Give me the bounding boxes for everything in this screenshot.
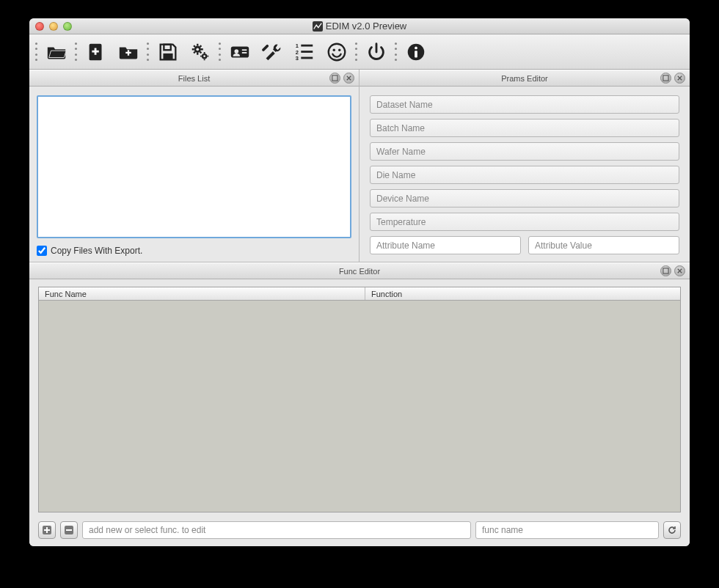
files-list-header: Files List <box>29 70 359 87</box>
func-name-input[interactable]: func name <box>475 521 659 539</box>
panel-detach-button[interactable] <box>329 73 340 84</box>
func-table-body[interactable] <box>39 301 680 512</box>
svg-point-6 <box>203 55 205 57</box>
svg-point-19 <box>333 48 335 51</box>
panel-detach-button[interactable] <box>660 265 671 276</box>
smiley-button[interactable] <box>321 37 352 67</box>
device-name-field[interactable]: Device Name <box>370 189 679 207</box>
func-edit-input[interactable]: add new or select func. to edit <box>82 521 471 539</box>
window-title: EDIM v2.0 Preview <box>29 21 690 32</box>
svg-rect-26 <box>663 268 668 273</box>
svg-rect-1 <box>164 44 170 50</box>
app-window: EDIM v2.0 Preview 123 <box>29 18 690 546</box>
svg-rect-15 <box>301 44 313 46</box>
svg-rect-23 <box>415 51 417 57</box>
numbered-list-button[interactable]: 123 <box>289 37 320 67</box>
svg-rect-17 <box>301 56 313 59</box>
save-button[interactable] <box>153 37 183 67</box>
new-file-button[interactable] <box>81 37 112 67</box>
window-title-text: EDIM v2.0 Preview <box>326 21 407 32</box>
svg-point-18 <box>329 43 346 60</box>
dataset-name-field[interactable]: Dataset Name <box>370 95 679 114</box>
panel-close-button[interactable] <box>674 73 685 84</box>
open-folder-button[interactable] <box>41 37 72 67</box>
attribute-value-field[interactable]: Attribute Value <box>528 236 679 254</box>
toolbar-separator <box>75 38 78 66</box>
batch-name-field[interactable]: Batch Name <box>370 119 679 137</box>
function-column[interactable]: Function <box>365 287 680 300</box>
toolbar-separator <box>147 38 150 66</box>
func-table[interactable]: Func Name Function <box>38 287 681 512</box>
svg-point-22 <box>415 46 417 49</box>
func-name-column[interactable]: Func Name <box>39 287 365 300</box>
traffic-lights <box>29 22 72 31</box>
prams-editor-header: Prams Editor <box>360 70 690 87</box>
new-folder-button[interactable] <box>113 37 144 67</box>
files-list-panel: Files List Copy Files With Export. <box>29 70 360 262</box>
svg-point-20 <box>338 48 340 51</box>
copy-files-checkbox-row[interactable]: Copy Files With Export. <box>37 246 351 256</box>
refresh-func-button[interactable] <box>663 521 681 539</box>
svg-point-8 <box>235 49 239 54</box>
copy-files-label: Copy Files With Export. <box>51 246 142 256</box>
func-table-header: Func Name Function <box>39 287 680 301</box>
files-list-title: Files List <box>178 74 210 83</box>
svg-rect-10 <box>242 52 247 54</box>
minimize-window-button[interactable] <box>49 22 58 31</box>
svg-rect-16 <box>301 51 313 53</box>
func-editor-title: Func Editor <box>339 267 380 276</box>
func-editor-header: Func Editor <box>29 262 690 279</box>
app-icon <box>313 21 323 32</box>
copy-files-checkbox[interactable] <box>37 246 47 256</box>
toolbar-separator <box>355 38 358 66</box>
files-list[interactable] <box>37 95 351 238</box>
tools-button[interactable] <box>257 37 288 67</box>
titlebar: EDIM v2.0 Preview <box>29 18 690 34</box>
func-footer: add new or select func. to edit func nam… <box>38 521 681 539</box>
svg-point-4 <box>196 48 199 51</box>
svg-rect-25 <box>663 76 668 81</box>
wafer-name-field[interactable]: Wafer Name <box>370 142 679 161</box>
badge-button[interactable] <box>225 37 255 67</box>
prams-editor-title: Prams Editor <box>501 74 548 83</box>
prams-editor-panel: Prams Editor Dataset Name Batch Name Waf… <box>360 70 690 262</box>
toolbar: 123 <box>29 34 690 70</box>
svg-rect-2 <box>163 53 172 59</box>
close-window-button[interactable] <box>35 22 44 31</box>
add-func-button[interactable] <box>38 521 56 539</box>
svg-text:3: 3 <box>296 55 299 62</box>
toolbar-separator <box>35 38 38 66</box>
svg-rect-11 <box>261 44 269 52</box>
panel-close-button[interactable] <box>674 265 685 276</box>
func-editor-panel: Func Editor Func Name Function <box>29 262 690 546</box>
panel-close-button[interactable] <box>343 73 354 84</box>
remove-func-button[interactable] <box>60 521 78 539</box>
svg-rect-24 <box>332 76 337 81</box>
svg-rect-9 <box>242 49 247 51</box>
toolbar-separator <box>395 38 398 66</box>
temperature-field[interactable]: Temperature <box>370 213 679 231</box>
panel-detach-button[interactable] <box>660 73 671 84</box>
settings-gears-button[interactable] <box>185 37 216 67</box>
upper-panels: Files List Copy Files With Export. <box>29 70 690 262</box>
die-name-field[interactable]: Die Name <box>370 166 679 184</box>
power-button[interactable] <box>361 37 392 67</box>
attribute-name-field[interactable]: Attribute Name <box>370 236 521 254</box>
zoom-window-button[interactable] <box>63 22 72 31</box>
toolbar-separator <box>219 38 222 66</box>
info-button[interactable] <box>401 37 431 67</box>
